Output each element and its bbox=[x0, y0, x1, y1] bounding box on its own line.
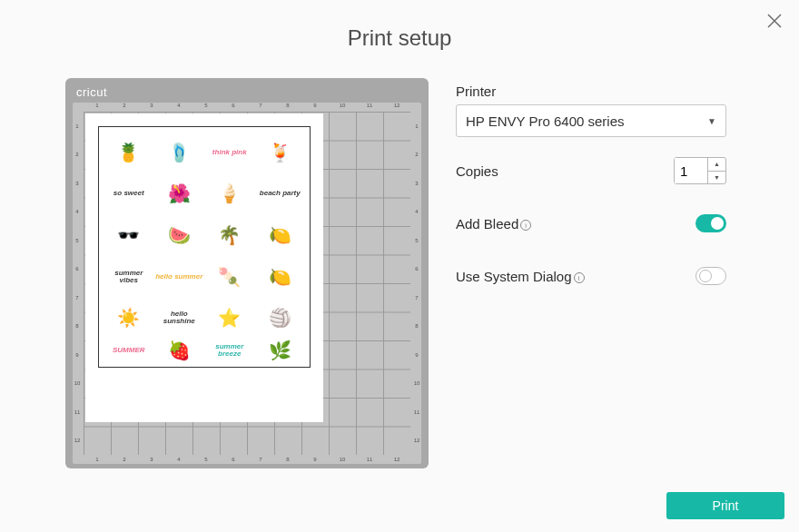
ruler-tick: 6 bbox=[73, 255, 82, 284]
ruler-tick: 10 bbox=[73, 369, 82, 399]
sticker-text: summer breeze bbox=[205, 340, 254, 361]
ruler-tick: 7 bbox=[247, 457, 274, 464]
sticker-icon: 🏐 bbox=[256, 298, 305, 338]
print-button[interactable]: Print bbox=[666, 492, 784, 519]
system-dialog-label: Use System Dialogi bbox=[456, 269, 585, 284]
ruler-tick: 5 bbox=[412, 226, 421, 255]
printer-value: HP ENVY Pro 6400 series bbox=[466, 113, 625, 129]
ruler-bottom: 123456789101112 bbox=[84, 457, 410, 464]
sticker-text: hello sunshine bbox=[155, 298, 204, 338]
ruler-tick: 3 bbox=[412, 169, 421, 198]
info-icon[interactable]: i bbox=[520, 220, 531, 231]
ruler-tick: 11 bbox=[412, 398, 421, 427]
sticker-icon: 🍦 bbox=[205, 174, 254, 214]
ruler-tick: 11 bbox=[73, 398, 82, 427]
ruler-tick: 3 bbox=[138, 103, 165, 110]
sticker-icon: 🍉 bbox=[155, 215, 204, 255]
add-bleed-label: Add Bleedi bbox=[456, 216, 531, 232]
close-button[interactable] bbox=[766, 13, 783, 29]
sticker-icon: 🌴 bbox=[205, 215, 254, 255]
copies-stepper[interactable]: ▲ ▼ bbox=[674, 157, 726, 184]
ruler-tick: 8 bbox=[73, 312, 82, 341]
ruler-tick: 1 bbox=[84, 457, 111, 464]
ruler-tick: 2 bbox=[73, 141, 82, 170]
ruler-tick: 7 bbox=[412, 283, 421, 312]
ruler-tick: 7 bbox=[73, 283, 82, 312]
ruler-tick: 8 bbox=[274, 457, 301, 464]
ruler-tick: 4 bbox=[165, 457, 192, 464]
dropdown-caret-icon: ▼ bbox=[707, 116, 716, 126]
print-preview: cricut 123456789101112 123456789101112 1… bbox=[65, 78, 429, 468]
sticker-text: SUMMER bbox=[104, 340, 153, 361]
sticker-icon: 🍓 bbox=[155, 340, 204, 361]
copies-up-icon[interactable]: ▲ bbox=[708, 158, 725, 172]
ruler-tick: 11 bbox=[356, 457, 383, 464]
copies-down-icon[interactable]: ▼ bbox=[708, 172, 725, 184]
sticker-icon: 🕶️ bbox=[104, 215, 153, 255]
ruler-top: 123456789101112 bbox=[84, 103, 410, 110]
sticker-icon: 🍹 bbox=[256, 133, 305, 172]
ruler-tick: 12 bbox=[412, 427, 421, 456]
system-dialog-toggle[interactable] bbox=[695, 267, 726, 285]
sticker-icon: 🍋 bbox=[256, 215, 305, 255]
ruler-left: 123456789101112 bbox=[73, 112, 82, 455]
brand-label: cricut bbox=[76, 85, 421, 99]
print-sheet: 🍍🩴think pink🍹so sweet🌺🍦beach party🕶️🍉🌴🍋s… bbox=[85, 113, 323, 422]
ruler-tick: 6 bbox=[220, 457, 247, 464]
info-icon[interactable]: i bbox=[574, 272, 585, 283]
sticker-text: hello summer bbox=[155, 257, 204, 297]
sticker-icon: 🩴 bbox=[155, 133, 204, 172]
sticker-icon: ⭐ bbox=[205, 298, 254, 338]
ruler-tick: 12 bbox=[383, 457, 410, 464]
printer-label: Printer bbox=[456, 84, 726, 99]
copies-input[interactable] bbox=[675, 158, 707, 183]
ruler-tick: 2 bbox=[111, 457, 138, 464]
page-title: Print setup bbox=[0, 0, 799, 51]
ruler-tick: 5 bbox=[192, 103, 220, 110]
ruler-tick: 8 bbox=[274, 103, 301, 110]
ruler-tick: 9 bbox=[73, 340, 82, 369]
printer-select[interactable]: HP ENVY Pro 6400 series ▼ bbox=[456, 104, 726, 137]
ruler-tick: 1 bbox=[84, 103, 111, 110]
ruler-tick: 6 bbox=[220, 103, 247, 110]
sticker-icon: 🍍 bbox=[104, 133, 153, 172]
ruler-tick: 9 bbox=[301, 103, 329, 110]
ruler-tick: 5 bbox=[192, 457, 220, 464]
ruler-tick: 9 bbox=[301, 457, 329, 464]
ruler-tick: 3 bbox=[138, 457, 165, 464]
ruler-tick: 5 bbox=[73, 226, 82, 255]
add-bleed-toggle[interactable] bbox=[695, 214, 726, 232]
sticker-sheet: 🍍🩴think pink🍹so sweet🌺🍦beach party🕶️🍉🌴🍋s… bbox=[98, 126, 311, 368]
ruler-tick: 12 bbox=[383, 103, 410, 110]
ruler-tick: 10 bbox=[329, 457, 356, 464]
ruler-tick: 4 bbox=[73, 198, 82, 227]
ruler-tick: 2 bbox=[412, 141, 421, 170]
ruler-tick: 4 bbox=[165, 103, 192, 110]
sticker-text: so sweet bbox=[104, 174, 153, 214]
ruler-tick: 8 bbox=[412, 312, 421, 341]
ruler-tick: 1 bbox=[412, 112, 421, 141]
ruler-tick: 11 bbox=[356, 103, 383, 110]
cutting-mat: 123456789101112 123456789101112 12345678… bbox=[73, 103, 421, 464]
ruler-tick: 4 bbox=[412, 198, 421, 227]
sticker-icon: 🌿 bbox=[256, 340, 305, 361]
ruler-tick: 3 bbox=[73, 169, 82, 198]
sticker-icon: ☀️ bbox=[104, 298, 153, 338]
ruler-tick: 1 bbox=[73, 112, 82, 141]
ruler-tick: 7 bbox=[247, 103, 274, 110]
ruler-tick: 10 bbox=[329, 103, 356, 110]
ruler-tick: 10 bbox=[412, 369, 421, 399]
sticker-text: beach party bbox=[256, 174, 305, 214]
ruler-tick: 12 bbox=[73, 427, 82, 456]
ruler-right: 123456789101112 bbox=[412, 112, 421, 455]
ruler-tick: 6 bbox=[412, 255, 421, 284]
sticker-icon: 🍡 bbox=[205, 257, 254, 297]
sticker-text: summer vibes bbox=[104, 257, 153, 297]
ruler-tick: 2 bbox=[111, 103, 138, 110]
sticker-icon: 🌺 bbox=[155, 174, 204, 214]
sticker-icon: 🍋 bbox=[256, 257, 305, 297]
sticker-text: think pink bbox=[205, 133, 254, 172]
copies-label: Copies bbox=[456, 163, 498, 179]
settings-panel: Printer HP ENVY Pro 6400 series ▼ Copies… bbox=[456, 78, 726, 468]
ruler-tick: 9 bbox=[412, 340, 421, 369]
